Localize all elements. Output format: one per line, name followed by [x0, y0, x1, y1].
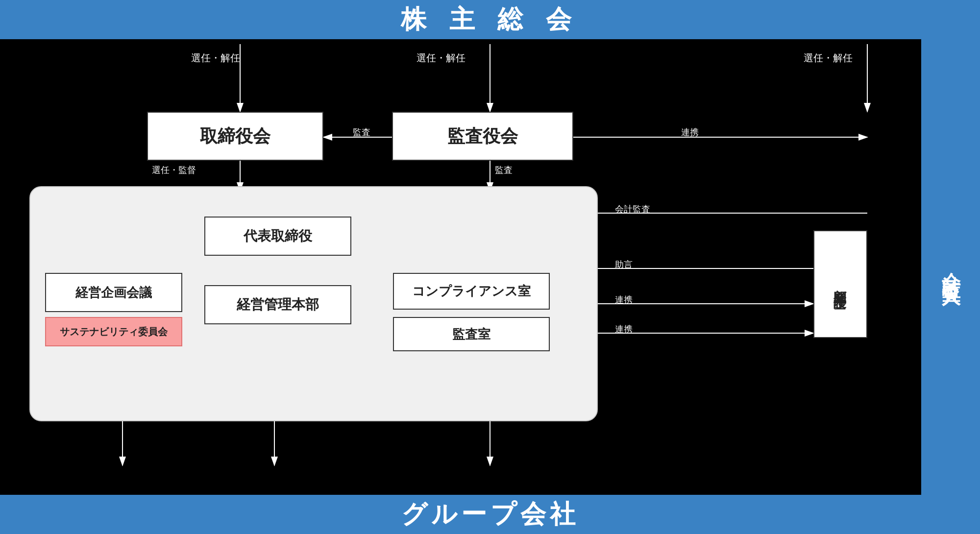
page-title: 株 主 総 会	[401, 2, 579, 37]
label-appoint-2: 選任・解任	[416, 51, 466, 65]
footer-title: グループ会社	[401, 497, 579, 532]
box-audit-board: 監査役会	[392, 112, 573, 161]
right-sidebar: 会計監査人	[921, 39, 980, 495]
label-cooperation-2: 連携	[615, 294, 633, 306]
label-cooperation-3: 連携	[615, 323, 633, 335]
box-audit-room: 監査室	[393, 317, 550, 351]
box-management-planning: 経営企画会議	[45, 273, 182, 312]
top-bar: 株 主 総 会	[0, 0, 980, 39]
page-wrapper: 株 主 総 会 会計監査人	[0, 0, 980, 534]
bottom-bar: グループ会社	[0, 495, 980, 534]
label-appoint-supervise: 選任・監督	[152, 164, 196, 176]
label-cooperation-main: 連携	[681, 126, 699, 138]
box-compliance-room: コンプライアンス室	[393, 273, 550, 310]
box-board-of-directors: 取締役会	[147, 112, 323, 161]
label-appoint-3: 選任・解任	[804, 51, 853, 65]
label-accounting-audit: 会計監査	[615, 203, 650, 215]
label-audit-center: 監査	[495, 164, 513, 176]
right-sidebar-title: 会計監査人	[938, 257, 963, 277]
box-representative-director: 代表取締役	[204, 217, 351, 256]
label-advice: 助言	[615, 259, 633, 270]
label-appoint-1: 選任・解任	[191, 51, 240, 65]
inner-management-area: 代表取締役 経営企画会議 サステナビリティ委員会 経営管理本部 コンプライアンス…	[29, 186, 598, 421]
label-audit-between: 監査	[353, 126, 370, 138]
box-advisory-lawyer: 顧問弁護士	[813, 230, 867, 338]
main-content: 会計監査人	[0, 39, 980, 495]
box-management-headquarters: 経営管理本部	[204, 285, 351, 324]
box-sustainability: サステナビリティ委員会	[45, 317, 182, 346]
